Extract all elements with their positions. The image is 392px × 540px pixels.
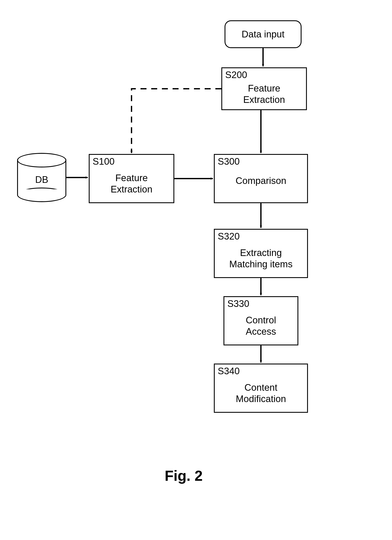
step-s340: S340 ContentModification [214, 364, 308, 413]
step-s100-id: S100 [93, 156, 115, 167]
db-label: DB [17, 174, 66, 185]
figure-caption: Fig. 2 [165, 467, 203, 484]
step-s100-label: FeatureExtraction [90, 172, 173, 195]
step-s330-label: ControlAccess [224, 315, 297, 337]
step-s200-id: S200 [225, 70, 247, 80]
db-cylinder: DB [17, 153, 66, 202]
step-s100: S100 FeatureExtraction [89, 154, 174, 203]
step-s330: S330 ControlAccess [223, 296, 298, 345]
step-s300: S300 Comparison [214, 154, 308, 203]
step-s300-id: S300 [218, 156, 240, 167]
data-input-label: Data input [242, 29, 285, 40]
step-s330-id: S330 [227, 298, 249, 309]
step-s340-id: S340 [218, 366, 240, 376]
flowchart-canvas: Data input S200 FeatureExtraction DB S10… [0, 0, 392, 540]
step-s200-label: FeatureExtraction [222, 83, 306, 105]
step-s340-label: ContentModification [215, 382, 307, 405]
step-s320-id: S320 [218, 231, 240, 242]
step-s320-label: ExtractingMatching items [215, 247, 307, 270]
arrow-s200-s100-dashed [131, 89, 221, 153]
step-s300-label: Comparison [215, 175, 307, 186]
step-s320: S320 ExtractingMatching items [214, 229, 308, 278]
arrow-overlay [0, 0, 392, 540]
step-s200: S200 FeatureExtraction [221, 67, 307, 110]
data-input-node: Data input [225, 20, 302, 48]
